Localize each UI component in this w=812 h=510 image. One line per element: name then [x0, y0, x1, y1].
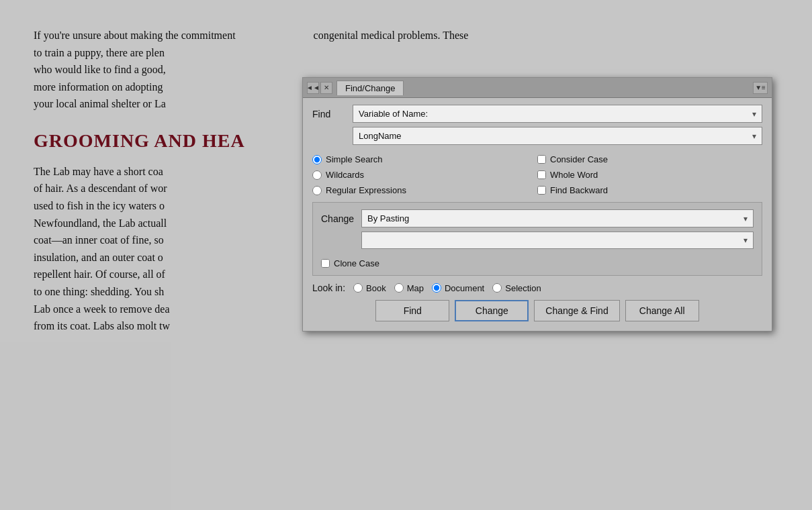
dialog-title-bar: ◄◄ ✕ Find/Change ▼≡	[303, 78, 772, 98]
find-label: Find	[312, 105, 353, 119]
lookin-map-radio[interactable]: Map	[394, 283, 424, 293]
dialog-title-tab[interactable]: Find/Change	[336, 81, 404, 95]
search-options-area: Simple Search Wildcards Regular Expressi…	[312, 154, 762, 195]
title-bar-nav: ◄◄ ✕	[307, 82, 332, 94]
change-all-button[interactable]: Change All	[625, 300, 699, 321]
nav-back-button[interactable]: ◄◄	[307, 82, 319, 94]
change-method-dropdown[interactable]: By Pasting ▾	[361, 209, 754, 227]
find-section: Find Variable of Name: ▾ LongName ▾	[312, 105, 762, 149]
lookin-row: Look in: Book Map Document Selection	[312, 283, 762, 293]
lookin-document-radio[interactable]: Document	[432, 283, 484, 293]
find-dropdown2-arrow: ▾	[752, 132, 756, 141]
change-section: Change By Pasting ▾ ▾ Clone Case	[312, 202, 762, 276]
title-bar-left: ◄◄ ✕ Find/Change	[307, 81, 404, 95]
lookin-selection-radio[interactable]: Selection	[492, 283, 541, 293]
clone-case-checkbox[interactable]: Clone Case	[321, 258, 754, 268]
change-dropdown1-arrow: ▾	[743, 214, 748, 223]
change-find-button[interactable]: Change & Find	[534, 300, 619, 321]
find-button[interactable]: Find	[375, 300, 449, 321]
change-content: By Pasting ▾ ▾	[361, 209, 754, 253]
find-backward-checkbox[interactable]: Find Backward	[537, 185, 608, 195]
menu-button[interactable]: ▼≡	[753, 82, 768, 94]
close-button[interactable]: ✕	[320, 82, 332, 94]
consider-case-checkbox[interactable]: Consider Case	[537, 154, 608, 164]
find-change-dialog: ◄◄ ✕ Find/Change ▼≡ Find Variable of Nam…	[302, 77, 772, 332]
change-dropdown2-arrow: ▾	[743, 236, 748, 245]
lookin-book-radio[interactable]: Book	[353, 283, 386, 293]
find-content: Variable of Name: ▾ LongName ▾	[353, 105, 762, 149]
bottom-buttons: Find Change Change & Find Change All	[312, 300, 762, 321]
change-button[interactable]: Change	[455, 300, 529, 321]
find-dropdown1-arrow: ▾	[752, 109, 756, 119]
search-type-col: Simple Search Wildcards Regular Expressi…	[312, 154, 537, 195]
dialog-body: Find Variable of Name: ▾ LongName ▾ Simp…	[303, 98, 772, 331]
change-label: Change	[321, 209, 361, 224]
change-value-dropdown[interactable]: ▾	[361, 232, 754, 249]
change-row: Change By Pasting ▾ ▾	[321, 209, 754, 253]
title-bar-right: ▼≡	[753, 82, 768, 94]
find-variable-dropdown[interactable]: Variable of Name: ▾	[353, 105, 762, 123]
lookin-label: Look in:	[312, 283, 345, 293]
check-options-col: Consider Case Whole Word Find Backward	[537, 154, 762, 195]
find-value-dropdown[interactable]: LongName ▾	[353, 127, 762, 145]
whole-word-checkbox[interactable]: Whole Word	[537, 170, 598, 180]
simple-search-radio[interactable]: Simple Search	[312, 154, 537, 164]
regex-radio[interactable]: Regular Expressions	[312, 185, 537, 195]
wildcards-radio[interactable]: Wildcards	[312, 170, 537, 180]
